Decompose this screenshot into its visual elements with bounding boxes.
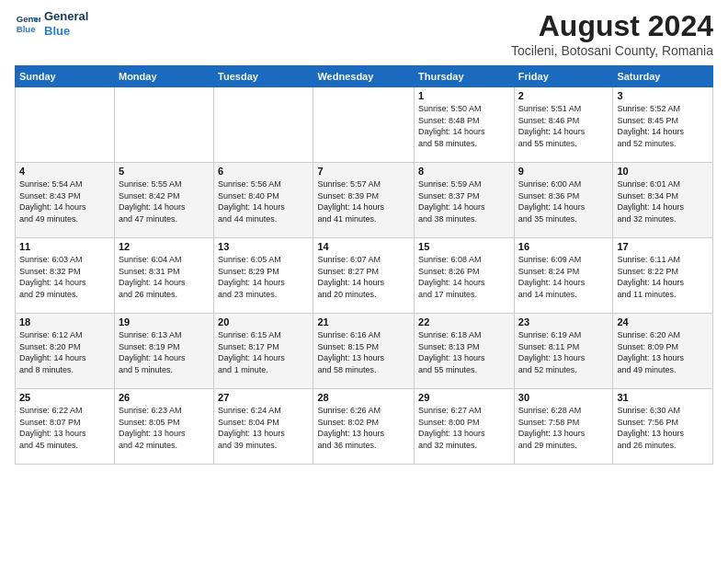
- logo-text-general: General: [44, 9, 88, 24]
- day-number: 23: [518, 316, 609, 327]
- day-info: Sunrise: 5:52 AM Sunset: 8:45 PM Dayligh…: [617, 103, 709, 149]
- day-number: 10: [617, 166, 709, 177]
- day-number: 8: [418, 166, 510, 177]
- calendar-cell: 31Sunrise: 6:30 AM Sunset: 7:56 PM Dayli…: [613, 389, 713, 465]
- day-number: 27: [218, 392, 309, 403]
- calendar-cell: 3Sunrise: 5:52 AM Sunset: 8:45 PM Daylig…: [613, 87, 713, 163]
- day-info: Sunrise: 6:00 AM Sunset: 8:36 PM Dayligh…: [518, 178, 609, 224]
- col-sunday: Sunday: [16, 66, 115, 87]
- day-number: 25: [19, 392, 110, 403]
- day-number: 30: [518, 392, 609, 403]
- day-info: Sunrise: 6:11 AM Sunset: 8:22 PM Dayligh…: [617, 254, 709, 300]
- day-info: Sunrise: 6:18 AM Sunset: 8:13 PM Dayligh…: [418, 329, 510, 375]
- calendar-cell: [16, 87, 115, 163]
- calendar-cell: 16Sunrise: 6:09 AM Sunset: 8:24 PM Dayli…: [514, 238, 613, 314]
- logo: General Blue General Blue: [15, 9, 88, 38]
- day-number: 17: [617, 241, 709, 252]
- header: General Blue General Blue August 2024 To…: [15, 9, 713, 58]
- day-number: 4: [19, 166, 110, 177]
- day-info: Sunrise: 6:01 AM Sunset: 8:34 PM Dayligh…: [617, 178, 709, 224]
- day-info: Sunrise: 6:13 AM Sunset: 8:19 PM Dayligh…: [119, 329, 210, 375]
- day-number: 12: [119, 241, 210, 252]
- day-info: Sunrise: 6:30 AM Sunset: 7:56 PM Dayligh…: [617, 405, 709, 451]
- calendar-cell: 27Sunrise: 6:24 AM Sunset: 8:04 PM Dayli…: [214, 389, 313, 465]
- day-number: 20: [218, 316, 309, 327]
- day-info: Sunrise: 6:16 AM Sunset: 8:15 PM Dayligh…: [317, 329, 410, 375]
- day-info: Sunrise: 6:03 AM Sunset: 8:32 PM Dayligh…: [19, 254, 110, 300]
- day-info: Sunrise: 6:27 AM Sunset: 8:00 PM Dayligh…: [418, 405, 510, 451]
- day-number: 2: [518, 90, 609, 101]
- day-number: 15: [418, 241, 510, 252]
- day-info: Sunrise: 5:51 AM Sunset: 8:46 PM Dayligh…: [518, 103, 609, 149]
- day-info: Sunrise: 6:09 AM Sunset: 8:24 PM Dayligh…: [518, 254, 609, 300]
- day-number: 6: [218, 166, 309, 177]
- calendar-cell: 14Sunrise: 6:07 AM Sunset: 8:27 PM Dayli…: [313, 238, 415, 314]
- day-info: Sunrise: 5:59 AM Sunset: 8:37 PM Dayligh…: [418, 178, 510, 224]
- day-info: Sunrise: 5:56 AM Sunset: 8:40 PM Dayligh…: [218, 178, 309, 224]
- calendar-cell: 25Sunrise: 6:22 AM Sunset: 8:07 PM Dayli…: [16, 389, 115, 465]
- col-thursday: Thursday: [415, 66, 515, 87]
- day-info: Sunrise: 6:20 AM Sunset: 8:09 PM Dayligh…: [617, 329, 709, 375]
- day-info: Sunrise: 5:57 AM Sunset: 8:39 PM Dayligh…: [317, 178, 410, 224]
- day-number: 9: [518, 166, 609, 177]
- calendar-cell: 4Sunrise: 5:54 AM Sunset: 8:43 PM Daylig…: [16, 163, 115, 238]
- subtitle: Tocileni, Botosani County, Romania: [511, 43, 713, 58]
- svg-text:Blue: Blue: [17, 23, 36, 33]
- day-info: Sunrise: 6:08 AM Sunset: 8:26 PM Dayligh…: [418, 254, 510, 300]
- calendar-cell: 19Sunrise: 6:13 AM Sunset: 8:19 PM Dayli…: [114, 314, 213, 389]
- day-info: Sunrise: 6:04 AM Sunset: 8:31 PM Dayligh…: [119, 254, 210, 300]
- calendar-cell: [114, 87, 213, 163]
- col-saturday: Saturday: [613, 66, 713, 87]
- calendar-cell: [313, 87, 415, 163]
- logo-icon: General Blue: [15, 11, 40, 37]
- day-number: 1: [418, 90, 510, 101]
- calendar-week-row-1: 1Sunrise: 5:50 AM Sunset: 8:48 PM Daylig…: [16, 87, 713, 163]
- calendar-cell: 30Sunrise: 6:28 AM Sunset: 7:58 PM Dayli…: [514, 389, 613, 465]
- day-number: 7: [317, 166, 410, 177]
- calendar-week-row-3: 11Sunrise: 6:03 AM Sunset: 8:32 PM Dayli…: [16, 238, 713, 314]
- main-title: August 2024: [511, 9, 713, 43]
- calendar-week-row-2: 4Sunrise: 5:54 AM Sunset: 8:43 PM Daylig…: [16, 163, 713, 238]
- calendar-cell: 7Sunrise: 5:57 AM Sunset: 8:39 PM Daylig…: [313, 163, 415, 238]
- day-info: Sunrise: 6:19 AM Sunset: 8:11 PM Dayligh…: [518, 329, 609, 375]
- calendar-week-row-5: 25Sunrise: 6:22 AM Sunset: 8:07 PM Dayli…: [16, 389, 713, 465]
- day-info: Sunrise: 6:05 AM Sunset: 8:29 PM Dayligh…: [218, 254, 309, 300]
- calendar-cell: 22Sunrise: 6:18 AM Sunset: 8:13 PM Dayli…: [415, 314, 515, 389]
- calendar-cell: 23Sunrise: 6:19 AM Sunset: 8:11 PM Dayli…: [514, 314, 613, 389]
- day-number: 29: [418, 392, 510, 403]
- calendar-cell: 8Sunrise: 5:59 AM Sunset: 8:37 PM Daylig…: [415, 163, 515, 238]
- day-number: 14: [317, 241, 410, 252]
- day-number: 21: [317, 316, 410, 327]
- calendar-header-row: Sunday Monday Tuesday Wednesday Thursday…: [16, 66, 713, 87]
- calendar-cell: 24Sunrise: 6:20 AM Sunset: 8:09 PM Dayli…: [613, 314, 713, 389]
- day-info: Sunrise: 6:26 AM Sunset: 8:02 PM Dayligh…: [317, 405, 410, 451]
- calendar-table: Sunday Monday Tuesday Wednesday Thursday…: [15, 65, 713, 465]
- calendar-cell: 1Sunrise: 5:50 AM Sunset: 8:48 PM Daylig…: [415, 87, 515, 163]
- day-number: 28: [317, 392, 410, 403]
- calendar-cell: 21Sunrise: 6:16 AM Sunset: 8:15 PM Dayli…: [313, 314, 415, 389]
- logo-text-blue: Blue: [44, 24, 88, 39]
- calendar-cell: 12Sunrise: 6:04 AM Sunset: 8:31 PM Dayli…: [114, 238, 213, 314]
- day-info: Sunrise: 6:07 AM Sunset: 8:27 PM Dayligh…: [317, 254, 410, 300]
- calendar-cell: 15Sunrise: 6:08 AM Sunset: 8:26 PM Dayli…: [415, 238, 515, 314]
- calendar-cell: 2Sunrise: 5:51 AM Sunset: 8:46 PM Daylig…: [514, 87, 613, 163]
- calendar-cell: 11Sunrise: 6:03 AM Sunset: 8:32 PM Dayli…: [16, 238, 115, 314]
- day-info: Sunrise: 6:12 AM Sunset: 8:20 PM Dayligh…: [19, 329, 110, 375]
- day-info: Sunrise: 5:55 AM Sunset: 8:42 PM Dayligh…: [119, 178, 210, 224]
- day-number: 16: [518, 241, 609, 252]
- col-wednesday: Wednesday: [313, 66, 415, 87]
- day-number: 13: [218, 241, 309, 252]
- col-monday: Monday: [114, 66, 213, 87]
- day-number: 19: [119, 316, 210, 327]
- day-number: 31: [617, 392, 709, 403]
- calendar-cell: 29Sunrise: 6:27 AM Sunset: 8:00 PM Dayli…: [415, 389, 515, 465]
- day-info: Sunrise: 6:24 AM Sunset: 8:04 PM Dayligh…: [218, 405, 309, 451]
- col-friday: Friday: [514, 66, 613, 87]
- calendar-cell: 28Sunrise: 6:26 AM Sunset: 8:02 PM Dayli…: [313, 389, 415, 465]
- day-number: 22: [418, 316, 510, 327]
- day-info: Sunrise: 5:50 AM Sunset: 8:48 PM Dayligh…: [418, 103, 510, 149]
- day-info: Sunrise: 6:28 AM Sunset: 7:58 PM Dayligh…: [518, 405, 609, 451]
- day-number: 5: [119, 166, 210, 177]
- calendar-cell: 5Sunrise: 5:55 AM Sunset: 8:42 PM Daylig…: [114, 163, 213, 238]
- calendar-cell: 6Sunrise: 5:56 AM Sunset: 8:40 PM Daylig…: [214, 163, 313, 238]
